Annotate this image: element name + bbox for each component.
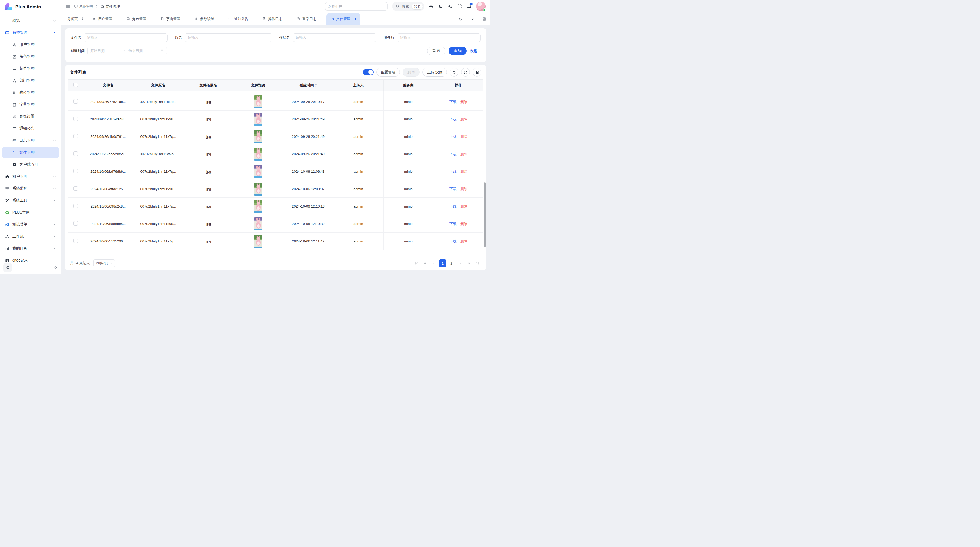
global-search[interactable]: 搜索 ⌘ K [392, 2, 424, 11]
page-size-select[interactable]: 20条/页 [93, 259, 115, 267]
vertical-scrollbar[interactable] [484, 182, 486, 247]
tab-loginlog[interactable]: 登录日志 [293, 13, 326, 25]
row-checkbox[interactable] [73, 186, 78, 191]
sidebar-collapse-button[interactable] [3, 263, 12, 272]
sidebar-item-system-management[interactable]: 系统管理 [2, 27, 59, 38]
notifications-button[interactable] [466, 3, 472, 10]
refresh-tab-button[interactable] [454, 13, 466, 25]
next-page-button[interactable] [456, 259, 464, 267]
row-checkbox[interactable] [73, 204, 78, 208]
close-icon[interactable] [353, 17, 356, 21]
sidebar-item-system-monitor[interactable]: 系统监控 [2, 183, 59, 194]
sidebar-item-client-management[interactable]: 客户端管理 [2, 159, 59, 170]
file-preview-thumbnail[interactable] [254, 165, 262, 178]
row-checkbox[interactable] [73, 169, 78, 173]
delete-link[interactable]: 删除 [460, 187, 468, 191]
delete-button[interactable]: 删 除 [402, 68, 420, 77]
row-checkbox[interactable] [73, 116, 78, 121]
hamburger-menu-icon[interactable] [65, 4, 70, 9]
delete-link[interactable]: 删除 [460, 117, 468, 121]
collapse-filter-link[interactable]: 收起 [470, 48, 481, 53]
column-header-created-time[interactable]: 创建时间 [283, 80, 334, 91]
delete-link[interactable]: 删除 [460, 169, 468, 174]
sidebar-item-role-management[interactable]: 角色管理 [2, 51, 59, 62]
file-preview-thumbnail[interactable] [254, 217, 262, 230]
close-icon[interactable] [285, 17, 288, 21]
sidebar-item-workflow[interactable]: 工作流 [2, 231, 59, 242]
sidebar-item-menu-management[interactable]: 菜单管理 [2, 63, 59, 74]
sidebar-item-system-tools[interactable]: 系统工具 [2, 195, 59, 206]
sidebar-item-post-management[interactable]: 岗位管理 [2, 87, 59, 98]
close-icon[interactable] [251, 17, 255, 21]
download-link[interactable]: 下载 [449, 222, 457, 226]
table-scroll-area[interactable]: 文件名文件原名文件拓展名文件预览创建时间上传人服务商操作 2024/09/26/… [68, 79, 484, 256]
close-icon[interactable] [115, 17, 118, 21]
original-name-input[interactable]: 请输入 [185, 33, 272, 42]
content-fullscreen-button[interactable] [478, 13, 490, 25]
config-management-button[interactable]: 配置管理 [377, 68, 400, 77]
row-checkbox[interactable] [73, 134, 78, 139]
delete-link[interactable]: 删除 [460, 204, 468, 208]
file-name-input[interactable]: 请输入 [84, 33, 168, 42]
sidebar-item-param-settings[interactable]: 参数设置 [2, 111, 59, 122]
sidebar-item-file-management[interactable]: 文件管理 [2, 147, 59, 158]
download-link[interactable]: 下载 [449, 187, 457, 191]
tab-oplog[interactable]: 操作日志 [258, 13, 293, 25]
sidebar-item-tenant-management[interactable]: 租户管理 [2, 171, 59, 182]
delete-link[interactable]: 删除 [460, 135, 468, 139]
download-link[interactable]: 下载 [449, 100, 457, 104]
tab-notice[interactable]: 通知公告 [224, 13, 258, 25]
breadcrumb-item[interactable]: 系统管理 [74, 4, 93, 9]
pin-icon[interactable] [53, 265, 58, 270]
fullscreen-icon[interactable] [457, 4, 462, 9]
row-checkbox[interactable] [73, 152, 78, 156]
file-preview-thumbnail[interactable] [254, 113, 262, 126]
sidebar-item-plus-site[interactable]: PLUS官网 [2, 207, 59, 218]
sidebar-item-user-management[interactable]: 用户管理 [2, 39, 59, 50]
jump-forward-button[interactable] [465, 259, 473, 267]
file-preview-thumbnail[interactable] [254, 200, 262, 213]
column-settings-button[interactable] [473, 68, 481, 77]
tab-param[interactable]: 参数设置 [190, 13, 224, 25]
sidebar-item-dict-management[interactable]: 字典管理 [2, 99, 59, 110]
file-preview-thumbnail[interactable] [254, 182, 262, 196]
page-number-1[interactable]: 1 [439, 259, 447, 267]
tab-file[interactable]: 文件管理 [326, 13, 360, 25]
sidebar-item-overview[interactable]: 概览 [2, 15, 59, 26]
file-preview-thumbnail[interactable] [254, 130, 262, 143]
first-page-button[interactable] [413, 259, 420, 267]
tab-role[interactable]: 角色管理 [122, 13, 156, 25]
dark-mode-moon-icon[interactable] [438, 4, 443, 9]
sort-carets-icon[interactable] [315, 84, 317, 87]
close-icon[interactable] [183, 17, 186, 21]
search-button[interactable]: 查 询 [449, 46, 466, 55]
sidebar-item-my-tasks[interactable]: 我的任务 [2, 243, 59, 254]
tab-menu-button[interactable] [466, 13, 478, 25]
download-link[interactable]: 下载 [449, 204, 457, 208]
select-all-checkbox[interactable] [73, 83, 78, 87]
file-preview-thumbnail[interactable] [254, 95, 262, 108]
page-number-2[interactable]: 2 [447, 259, 455, 267]
tab-analysis[interactable]: 分析页 [64, 13, 88, 25]
download-link[interactable]: 下载 [449, 169, 457, 174]
download-link[interactable]: 下载 [449, 135, 457, 139]
file-preview-thumbnail[interactable] [254, 148, 262, 161]
stripe-toggle[interactable] [363, 69, 374, 75]
language-translate-icon[interactable] [447, 4, 453, 9]
delete-link[interactable]: 删除 [460, 222, 468, 226]
sidebar-item-gitee-log[interactable]: gitee记录 [2, 255, 59, 262]
tenant-select[interactable]: 选择租户 [325, 2, 388, 11]
extension-input[interactable]: 请输入 [293, 33, 377, 42]
tab-dict[interactable]: 字典管理 [156, 13, 190, 25]
reset-button[interactable]: 重 置 [427, 46, 445, 55]
row-checkbox[interactable] [73, 221, 78, 226]
file-preview-thumbnail[interactable] [254, 235, 262, 248]
provider-input[interactable]: 请输入 [397, 33, 481, 42]
delete-link[interactable]: 删除 [460, 239, 468, 243]
date-range-input[interactable]: 开始日期 结束日期 [88, 46, 167, 55]
sidebar-item-dept-management[interactable]: 部门管理 [2, 75, 59, 86]
user-avatar[interactable] [476, 2, 486, 11]
jump-back-button[interactable] [422, 259, 429, 267]
settings-gear-icon[interactable] [428, 4, 434, 9]
sidebar-item-log-management[interactable]: DEV日志管理 [2, 135, 59, 146]
